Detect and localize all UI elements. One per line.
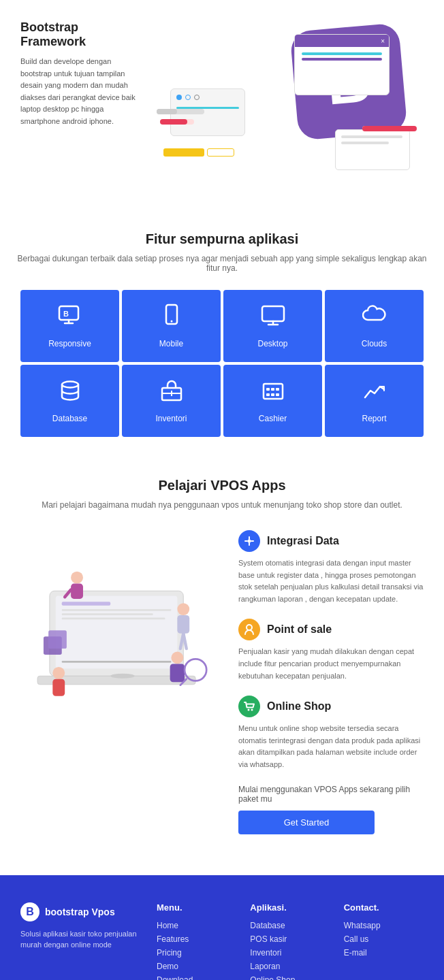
features-title: Fitur sempurna aplikasi [14, 231, 430, 247]
clouds-icon [362, 304, 387, 333]
svg-line-30 [183, 634, 186, 649]
hero-desc: Build dan develope dengan bootstrap untu… [20, 56, 143, 128]
svg-rect-32 [48, 630, 67, 649]
progress-bar-3 [362, 126, 417, 131]
hero-title: Bootstrap Framework [20, 20, 143, 49]
footer-menu-col: Menu. Home Features Pricing Demo Downloa… [157, 902, 236, 980]
feature-report[interactable]: Report [325, 365, 424, 437]
footer-contact-whatsapp[interactable]: Whatsapp [344, 921, 424, 930]
svg-point-3 [170, 321, 172, 323]
footer-b-icon: B [20, 902, 39, 921]
svg-rect-4 [262, 306, 284, 321]
feature-integrasi-desc: System otomatis integrasi data dengan in… [238, 557, 424, 605]
footer-menu-home[interactable]: Home [157, 921, 236, 930]
footer-menu-download[interactable]: Download [157, 975, 236, 980]
footer: B bootstrap Vpos Solusi aplikasi kasir t… [0, 875, 444, 980]
feature-mobile[interactable]: Mobile [122, 290, 221, 362]
svg-point-33 [52, 667, 65, 679]
feature-clouds[interactable]: Clouds [325, 290, 424, 362]
svg-rect-36 [170, 664, 185, 682]
svg-point-39 [248, 540, 251, 543]
svg-rect-19 [62, 613, 153, 615]
footer-menu-demo[interactable]: Demo [157, 962, 236, 971]
feature-database[interactable]: Database [20, 365, 119, 437]
feature-report-label: Report [362, 414, 386, 423]
get-started-button[interactable]: Get Started [238, 811, 375, 834]
footer-brand: B bootstrap Vpos Solusi aplikasi kasir t… [20, 902, 143, 980]
feature-online-shop-desc: Menu untuk online shop website tersedia … [238, 723, 424, 770]
feature-responsive[interactable]: B Responsive [20, 290, 119, 362]
report-icon [362, 378, 387, 408]
b-prefix: b [45, 906, 51, 917]
feature-pos: Point of sale Penjualan kasir yang mudah… [238, 619, 424, 682]
learn-section: Pelajari VPOS Apps Mari pelajari bagaima… [0, 451, 444, 848]
learn-subtitle: Mari pelajari bagaimana mudah nya penggu… [14, 500, 430, 510]
svg-rect-28 [177, 615, 189, 634]
svg-rect-10 [271, 388, 274, 391]
feature-database-label: Database [52, 414, 87, 423]
footer-menu-features[interactable]: Features [157, 934, 236, 944]
hero-image: × B [157, 20, 424, 170]
feature-cashier-label: Cashier [259, 414, 287, 423]
learn-content: Integrasi Data System otomatis integrasi… [14, 530, 430, 834]
footer-contact-title: Contact. [344, 902, 424, 913]
footer-brand-name: bootstrap Vpos [45, 906, 115, 917]
feature-responsive-label: Responsive [48, 339, 91, 348]
feature-desktop[interactable]: Desktop [223, 290, 322, 362]
learn-title: Pelajari VPOS Apps [14, 478, 430, 493]
footer-aplikasi-inventori[interactable]: Inventori [250, 948, 330, 958]
footer-menu-pricing[interactable]: Pricing [157, 948, 236, 958]
svg-rect-9 [266, 388, 270, 391]
footer-aplikasi-title: Aplikasi. [250, 902, 330, 913]
svg-rect-18 [62, 609, 172, 611]
brand-name-text: ootstrap Vpos [51, 906, 115, 917]
footer-brand-logo: B bootstrap Vpos [20, 902, 143, 921]
desktop-icon [261, 304, 285, 333]
footer-aplikasi-col: Aplikasi. Database POS kasir Inventori L… [250, 902, 330, 980]
pos-icon [238, 619, 260, 640]
svg-point-41 [248, 709, 250, 711]
svg-rect-23 [62, 661, 172, 663]
feature-online-shop-title: Online Shop [267, 700, 331, 713]
cta-text: Mulai menggunakan VPOS Apps sekarang pil… [238, 785, 424, 804]
window-card-1: × [294, 34, 390, 95]
features-grid: B Responsive Mobile Desktop Clouds [14, 290, 430, 437]
hero-section: Bootstrap Framework Build dan develope d… [0, 0, 444, 184]
feature-integrasi-header: Integrasi Data [238, 530, 424, 552]
svg-rect-0 [59, 306, 78, 320]
feature-online-shop-header: Online Shop [238, 696, 424, 717]
footer-menu-title: Menu. [157, 902, 236, 913]
features-subtitle: Berbagai dukungan terbaik dala setiap pr… [14, 254, 430, 273]
svg-point-35 [171, 652, 183, 664]
footer-aplikasi-online-shop[interactable]: Online Shop [250, 975, 330, 980]
svg-rect-14 [276, 393, 279, 396]
feature-integrasi-title: Integrasi Data [267, 535, 339, 547]
footer-contact-call[interactable]: Call us [344, 934, 424, 944]
feature-inventori-label: Inventori [155, 414, 187, 423]
feature-inventori[interactable]: Inventori [122, 365, 221, 437]
footer-contact-col: Contact. Whatsapp Call us E-mail [344, 902, 424, 980]
responsive-icon: B [58, 304, 82, 333]
svg-point-5 [62, 382, 78, 388]
svg-rect-11 [276, 388, 279, 391]
svg-point-40 [247, 625, 252, 630]
footer-brand-desc: Solusi aplikasi kasir toko penjualan mur… [20, 928, 143, 951]
feature-integrasi: Integrasi Data System otomatis integrasi… [238, 530, 424, 605]
footer-contact-email[interactable]: E-mail [344, 948, 424, 958]
svg-rect-20 [62, 618, 165, 620]
bottom-card [335, 129, 410, 170]
svg-point-24 [71, 572, 83, 584]
feature-online-shop: Online Shop Menu untuk online shop websi… [238, 696, 424, 770]
feature-cashier[interactable]: Cashier [223, 365, 322, 437]
progress-bar-2 [160, 119, 194, 125]
inventori-icon [159, 378, 184, 408]
feature-pos-desc: Penjualan kasir yang mudah dilakukan den… [238, 646, 424, 682]
features-section: Fitur sempurna aplikasi Berbagai dukunga… [0, 204, 444, 451]
footer-aplikasi-database[interactable]: Database [250, 921, 330, 930]
footer-aplikasi-laporan[interactable]: Laporan [250, 962, 330, 971]
footer-aplikasi-pos[interactable]: POS kasir [250, 934, 330, 944]
svg-point-27 [177, 603, 189, 615]
svg-text:B: B [63, 310, 69, 318]
progress-bar-1 [157, 109, 204, 114]
svg-rect-16 [56, 595, 178, 668]
